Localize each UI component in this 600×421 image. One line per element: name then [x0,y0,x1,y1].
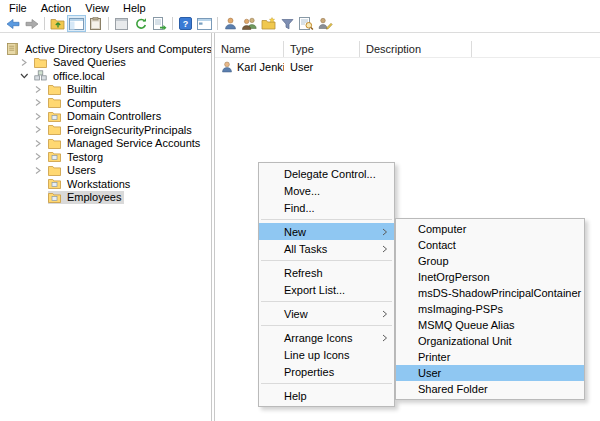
expander-icon[interactable] [34,98,48,107]
menu-separator [261,383,392,384]
tree-item-label: Managed Service Accounts [64,137,203,149]
menu-file[interactable]: File [3,1,35,15]
new-ou-button[interactable] [259,15,278,32]
new-group-button[interactable] [240,15,259,32]
column-header-description[interactable]: Description [360,41,472,57]
expander-icon[interactable] [34,166,48,175]
submenu-item-msmq-queue-alias[interactable]: MSMQ Queue Alias [396,317,584,333]
list-item-type: User [290,61,313,73]
export-list-icon [153,17,167,30]
submenu-item-user[interactable]: User [396,365,584,381]
up-one-level-button[interactable] [48,15,67,32]
tree-item-label: Computers [64,97,124,109]
new-submenu: ComputerContactGroupInetOrgPersonmsDS-Sh… [395,218,585,400]
help-icon: ? [179,17,192,30]
tree-item-content: office.local [34,69,108,83]
tree-item-domain-controllers[interactable]: Domain Controllers [0,110,211,124]
menu-item-label: User [418,367,441,379]
tree-item-employees[interactable]: Employees [0,191,211,205]
context-menu-item-new[interactable]: New [259,223,394,240]
tree-item-workstations[interactable]: Workstations [0,177,211,191]
submenu-item-inetorgperson[interactable]: InetOrgPerson [396,269,584,285]
refresh-button[interactable] [131,15,150,32]
menu-item-label: msImaging-PSPs [418,303,503,315]
context-menu-item-all-tasks[interactable]: All Tasks [259,240,394,257]
submenu-item-shared-folder[interactable]: Shared Folder [396,381,584,397]
expander-icon[interactable] [34,112,48,121]
find-button[interactable] [297,15,316,32]
tree-item-active-directory-users-and-compute[interactable]: Active Directory Users and Computers [Id… [0,42,211,56]
back-icon [6,18,20,30]
context-menu-item-view[interactable]: View [259,305,394,322]
menu-separator [261,301,392,302]
context-menu-item-move[interactable]: Move... [259,182,394,199]
submenu-item-msds-shadowprincipalcontainer[interactable]: msDS-ShadowPrincipalContainer [396,285,584,301]
context-menu-item-line-up-icons[interactable]: Line up Icons [259,346,394,363]
menu-item-label: Shared Folder [418,383,488,395]
list-item-karl-jenkins[interactable]: Karl JenkinsUser [215,59,600,74]
tree-item-computers[interactable]: Computers [0,96,211,110]
filter-button[interactable] [278,15,297,32]
context-menu-item-refresh[interactable]: Refresh [259,264,394,281]
expander-icon[interactable] [34,125,48,134]
special-action-icon [318,17,333,30]
expander-icon[interactable] [20,72,34,80]
special-action-button[interactable] [316,15,335,32]
submenu-arrow-icon [382,309,388,318]
export-list-button[interactable] [150,15,169,32]
tree-item-label: Users [64,164,99,176]
console-tree-panel: Active Directory Users and Computers [Id… [0,33,211,421]
menu-item-label: Find... [284,202,315,214]
tree-item-builtin[interactable]: Builtin [0,83,211,97]
tree-item-foreignsecurityprincipals[interactable]: ForeignSecurityPrincipals [0,123,211,137]
menu-item-label: Printer [418,351,450,363]
new-user-button[interactable] [221,15,240,32]
tree-item-users[interactable]: Users [0,164,211,178]
ou-icon [48,192,64,203]
help-button[interactable]: ? [176,15,195,32]
context-menu-item-find[interactable]: Find... [259,199,394,216]
expander-icon[interactable] [34,139,48,148]
menu-help[interactable]: Help [117,1,154,15]
show-console-tree-button[interactable] [67,15,86,32]
expander-icon[interactable] [34,85,48,94]
cell-type: User [284,61,360,73]
toolbar-separator [217,17,218,30]
expander-icon[interactable] [20,58,34,67]
submenu-item-printer[interactable]: Printer [396,349,584,365]
tree-item-office-local[interactable]: office.local [0,69,211,83]
context-menu-item-delegate-control[interactable]: Delegate Control... [259,165,394,182]
menu-action[interactable]: Action [35,1,80,15]
context-menu: Delegate Control...Move...Find...NewAll … [258,162,395,407]
tree-item-testorg[interactable]: Testorg [0,150,211,164]
submenu-item-group[interactable]: Group [396,253,584,269]
menu-item-label: Delegate Control... [284,168,376,180]
tree-item-label: ForeignSecurityPrincipals [64,124,195,136]
properties-sheet-button[interactable] [112,15,131,32]
tree-item-content: Employees [48,191,124,205]
column-header-name[interactable]: Name [215,41,284,57]
aduc-root-icon [6,43,22,55]
tree-item-managed-service-accounts[interactable]: Managed Service Accounts [0,137,211,151]
menu-item-label: Move... [284,185,320,197]
list-item-name: Karl Jenkins [237,61,284,73]
back-button[interactable] [3,15,22,32]
submenu-item-contact[interactable]: Contact [396,237,584,253]
submenu-item-computer[interactable]: Computer [396,221,584,237]
console-window-button[interactable] [195,15,214,32]
context-menu-item-properties[interactable]: Properties [259,363,394,380]
tree-item-label: office.local [50,70,108,82]
context-menu-item-export-list[interactable]: Export List... [259,281,394,298]
menu-view[interactable]: View [79,1,117,15]
tree-item-content: Managed Service Accounts [48,137,203,151]
clipboard-button[interactable] [86,15,105,32]
tree-item-label: Builtin [64,83,100,95]
submenu-item-msimaging-psps[interactable]: msImaging-PSPs [396,301,584,317]
column-header-type[interactable]: Type [284,41,360,57]
tree-item-saved-queries[interactable]: Saved Queries [0,56,211,70]
forward-button[interactable] [22,15,41,32]
context-menu-item-help[interactable]: Help [259,387,394,404]
expander-icon[interactable] [34,152,48,161]
submenu-item-organizational-unit[interactable]: Organizational Unit [396,333,584,349]
context-menu-item-arrange-icons[interactable]: Arrange Icons [259,329,394,346]
